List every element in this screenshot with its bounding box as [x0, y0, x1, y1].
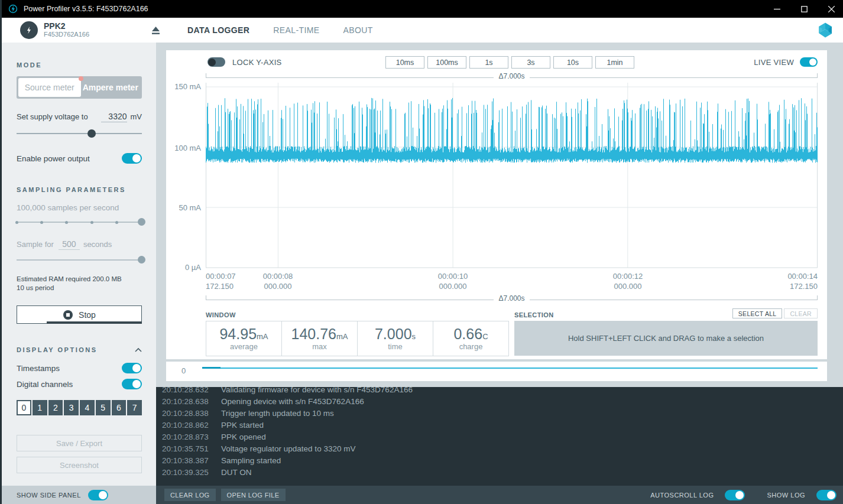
tab-data-logger[interactable]: DATA LOGGER [187, 25, 249, 35]
channel-4-button[interactable]: 4 [80, 400, 95, 415]
range-3s-button[interactable]: 3s [511, 56, 550, 69]
y-tick-0ua: 0 µA [166, 263, 201, 272]
selection-hint: Hold SHIFT+LEFT CLICK and DRAG to make a… [568, 334, 764, 343]
stop-button[interactable]: Stop [17, 305, 142, 324]
app-bolt-icon [8, 4, 18, 14]
channel-2-button[interactable]: 2 [48, 400, 63, 415]
channel-0-button[interactable]: 0 [17, 400, 31, 415]
display-options-header[interactable]: DISPLAY OPTIONS [17, 346, 142, 353]
show-side-panel-label: SHOW SIDE PANEL [17, 492, 81, 499]
window-delta-bottom: Δ7.000s [206, 296, 818, 303]
tab-real-time[interactable]: REAL-TIME [273, 25, 319, 35]
stop-icon [63, 310, 73, 320]
channel-5-button[interactable]: 5 [96, 400, 111, 415]
log-row: 20:10:28.632Validating firmware for devi… [162, 387, 843, 395]
maximize-button[interactable] [790, 0, 818, 18]
autoscroll-log-toggle[interactable] [725, 490, 745, 500]
sample-duration-slider-thumb[interactable] [138, 256, 145, 264]
digital-channels-toggle[interactable] [122, 379, 142, 389]
timestamps-label: Timestamps [17, 364, 122, 373]
lock-y-axis-toggle[interactable] [207, 57, 225, 67]
supply-voltage-slider[interactable] [17, 129, 142, 138]
save-export-button[interactable]: Save / Export [17, 435, 142, 451]
sample-duration-unit: seconds [83, 240, 112, 249]
sample-duration-slider[interactable] [17, 256, 142, 264]
digital-channels-label: Digital channels [17, 380, 122, 389]
voltage-slider-thumb[interactable] [87, 129, 96, 138]
sample-rate-slider-thumb[interactable] [138, 218, 145, 226]
log-bottom-bar: CLEAR LOG OPEN LOG FILE AUTOSCROLL LOG S… [156, 486, 843, 504]
source-meter-label: Source meter [25, 83, 74, 92]
range-10s-button[interactable]: 10s [553, 56, 592, 69]
minimap-trace-start [202, 367, 221, 369]
x-tick-4: 00:00:14172.150 [787, 271, 818, 291]
range-1s-button[interactable]: 1s [469, 56, 508, 69]
x-tick-0: 00:00:07 172.150 [206, 271, 236, 291]
select-all-button[interactable]: SELECT ALL [732, 308, 783, 318]
log-row: 20:10:39.325DUT ON [162, 466, 843, 478]
minimize-button[interactable] [763, 0, 790, 18]
device-bolt-icon [20, 21, 38, 39]
sampling-section-label: SAMPLING PARAMETERS [17, 186, 142, 193]
window-delta-top: Δ7.000s [206, 74, 818, 81]
log-row: 20:10:28.862PPK started [162, 419, 843, 431]
window-title: Power Profiler v3.5.5: F453D762A166 [24, 5, 763, 13]
channel-7-button[interactable]: 7 [127, 400, 142, 415]
digital-channel-buttons: 0 1 2 3 4 5 6 7 [17, 400, 142, 415]
device-selector[interactable]: PPK2 F453D762A166 [44, 22, 121, 38]
range-10ms-button[interactable]: 10ms [385, 56, 424, 69]
chevron-up-icon [135, 347, 142, 352]
y-tick-100ma: 100 mA [166, 144, 201, 152]
clear-selection-button[interactable]: CLEAR [784, 308, 818, 318]
clear-log-button[interactable]: CLEAR LOG [164, 489, 216, 501]
show-log-label: SHOW LOG [767, 492, 805, 499]
x-tick-3: 00:00:12000.000 [613, 271, 643, 291]
screenshot-button[interactable]: Screenshot [17, 457, 142, 473]
channel-1-button[interactable]: 1 [33, 400, 47, 415]
tab-about[interactable]: ABOUT [343, 25, 373, 35]
minimap-trace [221, 368, 818, 369]
ampere-meter-label: Ampere meter [83, 83, 138, 92]
channel-3-button[interactable]: 3 [64, 400, 79, 415]
eject-device-button[interactable] [147, 22, 164, 38]
stat-charge: 0.66C charge [433, 321, 509, 356]
sample-rate-slider[interactable] [17, 218, 142, 226]
current-waveform [206, 98, 818, 163]
app-header: PPK2 F453D762A166 DATA LOGGER REAL-TIME … [2, 18, 843, 43]
show-side-panel-toggle[interactable] [88, 490, 108, 500]
supply-voltage-label: Set supply voltage to [17, 112, 101, 121]
timestamps-toggle[interactable] [122, 363, 142, 373]
log-panel[interactable]: 20:10:28.632Validating firmware for devi… [156, 387, 843, 486]
enable-power-output-toggle[interactable] [122, 153, 142, 164]
chart-panel: LOCK Y-AXIS 10ms 100ms 1s 3s 10s 1min LI… [166, 50, 827, 359]
current-plot[interactable] [206, 83, 818, 269]
delta-label-top: Δ7.000s [494, 72, 529, 80]
ampere-meter-button[interactable]: Ampere meter [81, 78, 140, 97]
sample-duration-input[interactable]: 500 [59, 239, 80, 250]
supply-voltage-input[interactable]: 3320 [101, 112, 127, 122]
live-view-toggle[interactable] [800, 57, 818, 67]
window-stats: WINDOW 94.95mA average 140.76mA max 7.00… [206, 309, 510, 356]
side-panel: MODE Source meter Ampere meter Set suppl… [2, 43, 156, 486]
close-button[interactable] [818, 0, 843, 18]
channel-6-button[interactable]: 6 [112, 400, 127, 415]
range-100ms-button[interactable]: 100ms [427, 56, 466, 69]
minimap-panel[interactable]: 0 [166, 362, 827, 381]
stat-average: 94.95mA average [206, 321, 282, 356]
sample-rate-label: 100,000 samples per second [17, 203, 142, 212]
selection-section-label: SELECTION [514, 311, 732, 318]
title-bar: Power Profiler v3.5.5: F453D762A166 [0, 0, 843, 18]
show-log-toggle[interactable] [816, 490, 836, 500]
mode-segmented-control: Source meter Ampere meter [17, 76, 142, 99]
open-log-file-button[interactable]: OPEN LOG FILE [221, 489, 286, 501]
log-row: 20:10:28.873PPK opened [162, 431, 843, 443]
x-tick-2: 00:00:10000.000 [438, 271, 468, 291]
stat-time: 7.000s time [357, 321, 433, 356]
ram-estimate-note: Estimated RAM required 200.0 MB [17, 275, 142, 284]
y-tick-50ma: 50 mA [166, 203, 201, 212]
device-serial: F453D762A166 [44, 31, 121, 38]
log-row: 20:10:28.638Opening device with s/n F453… [162, 395, 843, 407]
range-1min-button[interactable]: 1min [595, 56, 634, 69]
y-tick-150ma: 150 mA [166, 82, 201, 91]
source-meter-button[interactable]: Source meter [18, 78, 81, 97]
